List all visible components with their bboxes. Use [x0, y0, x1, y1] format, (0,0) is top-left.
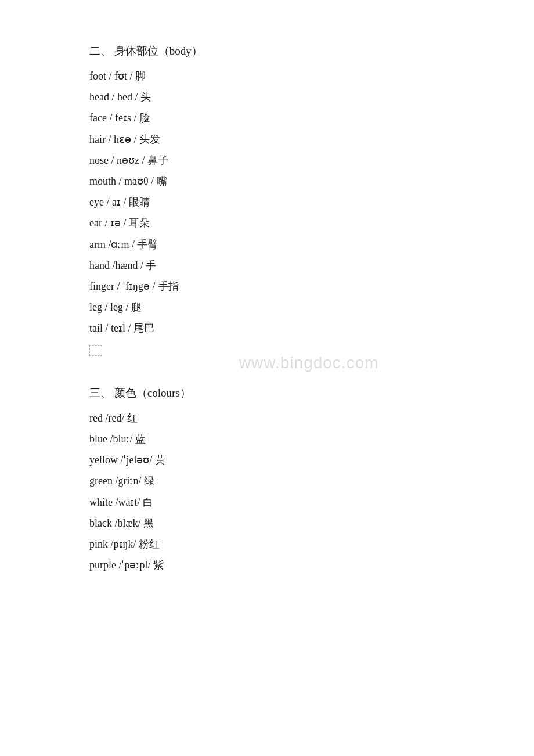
vocab-item: arm /ɑːm / 手臂: [89, 235, 445, 254]
section-gap: [89, 359, 445, 377]
vocab-item: eye / aɪ / 眼睛: [89, 192, 445, 212]
vocab-item: mouth / maʊθ / 嘴: [89, 171, 445, 191]
vocab-item: hair / hɛə / 头发: [89, 129, 445, 149]
vocab-item: red /red/ 红: [89, 408, 445, 428]
section3-title: 三、 颜色（colours）: [89, 383, 445, 404]
vocab-item: leg / leg / 腿: [89, 297, 445, 317]
vocab-item: pink /pɪŋk/ 粉红: [89, 534, 445, 554]
section2-items: foot / fʊt / 脚head / hed / 头face / feɪs …: [89, 66, 445, 338]
sep-symbol: [89, 345, 102, 356]
vocab-item: ear / ɪə / 耳朵: [89, 213, 445, 233]
vocab-item: head / hed / 头: [89, 87, 445, 107]
vocab-item: nose / nəʊz / 鼻子: [89, 150, 445, 170]
section2-title: 二、 身体部位（body）: [89, 41, 445, 62]
vocab-item: yellow /ˈjeləʊ/ 黄: [89, 450, 445, 470]
vocab-item: face / feɪs / 脸: [89, 108, 445, 128]
vocab-item: blue /bluː/ 蓝: [89, 429, 445, 449]
section3-items: red /red/ 红blue /bluː/ 蓝yellow /ˈjeləʊ/ …: [89, 408, 445, 575]
page-content: 二、 身体部位（body） foot / fʊt / 脚head / hed /…: [0, 0, 534, 611]
vocab-item: black /blæk/ 黑: [89, 513, 445, 533]
vocab-item: foot / fʊt / 脚: [89, 66, 445, 86]
vocab-item: tail / teɪl / 尾巴: [89, 318, 445, 338]
vocab-item: purple /ˈpəːpl/ 紫: [89, 555, 445, 575]
vocab-item: finger / ˈfɪŋgə / 手指: [89, 276, 445, 296]
vocab-item: white /waɪt/ 白: [89, 492, 445, 512]
vocab-item: hand /hænd / 手: [89, 255, 445, 275]
vocab-item: green /griːn/ 绿: [89, 471, 445, 491]
